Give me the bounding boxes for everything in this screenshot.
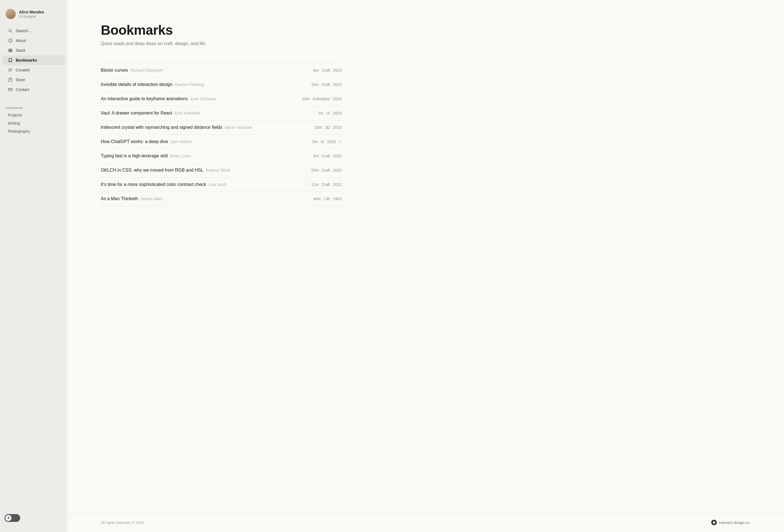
- bookmark-row[interactable]: Typing fast is a high-leverage skillBria…: [101, 149, 342, 163]
- nav-item-store[interactable]: Store: [2, 75, 65, 85]
- bookmark-left: Vaul: A drawer component for ReactEmil K…: [101, 111, 312, 116]
- bookmark-title: It's time for a more sophisticated color…: [101, 182, 206, 187]
- svg-rect-5: [9, 49, 12, 50]
- bookmark-title: Iridescent crystal with raymarching and …: [101, 125, 222, 130]
- collection-label-projects: Projects: [8, 113, 22, 117]
- profile-info: Alice Mendes UI designer: [19, 9, 44, 19]
- contact-icon: [8, 87, 13, 92]
- collection-label-photography: Photography: [8, 129, 30, 134]
- nav-item-about[interactable]: About: [2, 36, 65, 45]
- bookmarks-list: Bézier curvesRichard Ekwonyé6mCraft2023I…: [101, 63, 342, 206]
- bookmark-row[interactable]: OKLCH in CSS: why we moved from RGB and …: [101, 163, 342, 177]
- nav-label-about: About: [16, 38, 26, 43]
- bookmark-category: 3D: [325, 125, 330, 130]
- bookmark-year: 2021: [333, 182, 342, 187]
- sidebar-divider: [6, 98, 62, 98]
- nav-item-contact[interactable]: Contact: [2, 85, 65, 94]
- collection-item-projects[interactable]: Projects: [6, 111, 62, 119]
- nav-label-store: Store: [16, 78, 25, 82]
- svg-line-1: [11, 31, 12, 32]
- search-icon: [8, 28, 13, 33]
- profile-name: Alice Mendes: [19, 9, 44, 15]
- stack-icon: [8, 48, 13, 53]
- bookmark-left: How ChatGPT works: a deep diveDan Hollic…: [101, 139, 307, 144]
- bookmark-year: 2023: [327, 139, 336, 144]
- bookmark-meta: 11mCraft2021: [311, 182, 342, 187]
- bookmark-row[interactable]: Invisible details of interaction designR…: [101, 78, 342, 92]
- nav-label-stack: Stack: [16, 48, 26, 53]
- bookmark-meta: 5mAI2023↗: [312, 139, 342, 144]
- nav-item-search[interactable]: Search…: [2, 26, 65, 35]
- profile-role: UI designer: [19, 15, 44, 19]
- bookmark-author: Richard Ekwonyé: [130, 68, 163, 73]
- bookmark-category: Craft: [322, 168, 330, 172]
- nav-item-stack[interactable]: Stack: [2, 46, 65, 55]
- svg-point-3: [10, 40, 11, 40]
- bookmark-category: UI: [326, 111, 330, 115]
- bookmark-title: As a Man Thinketh: [101, 196, 138, 201]
- bookmark-time: 25m: [311, 168, 319, 172]
- bookmark-title: Vaul: A drawer component for React: [101, 111, 172, 116]
- bookmark-title: Typing fast is a high-leverage skill: [101, 153, 168, 159]
- bookmark-left: It's time for a more sophisticated color…: [101, 182, 306, 187]
- bookmark-row[interactable]: Iridescent crystal with raymarching and …: [101, 120, 342, 135]
- bookmark-left: An interactive guide to keyframe animati…: [101, 96, 297, 101]
- bookmark-year: 2023: [333, 96, 342, 101]
- bookmark-row[interactable]: Vaul: A drawer component for ReactEmil K…: [101, 106, 342, 120]
- nav-label-curated: Curated: [16, 68, 30, 72]
- bookmark-meta: 20mAnimation2023: [302, 96, 342, 101]
- curated-icon: [8, 67, 13, 73]
- bookmark-row[interactable]: It's time for a more sophisticated color…: [101, 177, 342, 192]
- page-subtitle: Quick reads and deep dives on craft, des…: [101, 41, 342, 46]
- bookmark-row[interactable]: As a Man ThinkethJames Allen40mLife1903: [101, 192, 342, 206]
- bookmark-year: 1903: [333, 197, 342, 201]
- nav-item-curated[interactable]: Curated: [2, 65, 65, 75]
- bookmark-row[interactable]: An interactive guide to keyframe animati…: [101, 92, 342, 106]
- bookmark-left: Invisible details of interaction designR…: [101, 82, 306, 87]
- bookmark-year: 2023: [333, 82, 342, 87]
- bookmark-author: Varun Vachhar: [225, 125, 252, 130]
- bookmark-author: Dan Hollick: [170, 139, 192, 144]
- bookmark-time: 6m: [313, 68, 319, 73]
- bookmark-meta: 1mUI2023: [318, 111, 342, 115]
- theme-toggle-section: ☀: [0, 511, 67, 525]
- bookmark-year: 2023: [333, 68, 342, 73]
- svg-rect-7: [9, 51, 12, 52]
- page-title: Bookmarks: [101, 22, 342, 38]
- bookmark-year: 2023: [333, 111, 342, 115]
- bookmark-left: Iridescent crystal with raymarching and …: [101, 125, 309, 130]
- footer-copyright: All rights reserved. © 2024: [101, 521, 144, 525]
- bookmark-row[interactable]: Bézier curvesRichard Ekwonyé6mCraft2023: [101, 63, 342, 78]
- nav-item-bookmarks[interactable]: Bookmarks: [2, 55, 65, 65]
- bookmark-meta: 25mCraft2022: [311, 168, 342, 172]
- page-content: Bookmarks Quick reads and deep dives on …: [67, 0, 375, 513]
- bookmark-time: 1m: [318, 111, 323, 115]
- bookmark-row[interactable]: How ChatGPT works: a deep diveDan Hollic…: [101, 135, 342, 149]
- bookmark-category: Life: [324, 197, 330, 201]
- bookmark-author: Lisa Muth: [208, 182, 227, 187]
- bookmark-left: Bézier curvesRichard Ekwonyé: [101, 68, 308, 73]
- bookmark-time: 6m: [313, 154, 319, 158]
- bookmark-year: 2022: [333, 168, 342, 172]
- bookmark-time: 11m: [311, 182, 319, 187]
- bookmark-year: 2023: [333, 125, 342, 130]
- toggle-knob: ☀: [5, 515, 11, 521]
- bookmark-time: 5m: [312, 139, 317, 144]
- collection-label-writing: Writing: [8, 121, 20, 125]
- collection-item-photography[interactable]: Photography: [6, 128, 62, 135]
- bookmark-meta: 40mLife1903: [313, 197, 342, 201]
- bookmark-time: 20m: [302, 96, 310, 101]
- bookmark-category: AI: [320, 139, 324, 144]
- bookmark-author: Emil Kowalski: [174, 111, 200, 115]
- footer-brand: intersect design co.: [711, 520, 750, 525]
- store-icon: [8, 77, 13, 82]
- bookmark-author: Rauno Frieberg: [175, 82, 204, 87]
- bookmark-author: James Allen: [140, 196, 163, 201]
- bookmark-author: Brian Lovin: [170, 153, 191, 158]
- footer-logo: [711, 520, 717, 525]
- svg-rect-6: [9, 50, 12, 51]
- sidebar: Alice Mendes UI designer Search… About S…: [0, 0, 67, 532]
- bookmark-meta: 15mCraft2023: [311, 82, 342, 87]
- theme-toggle-button[interactable]: ☀: [4, 514, 20, 522]
- collection-item-writing[interactable]: Writing: [6, 119, 62, 127]
